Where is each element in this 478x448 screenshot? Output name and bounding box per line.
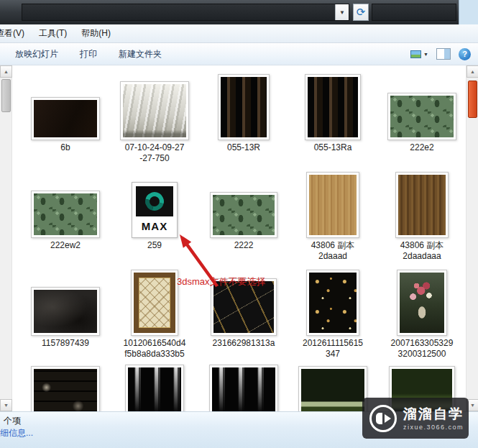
file-thumb-area <box>306 169 359 238</box>
file-name: 055-13R <box>227 142 260 153</box>
print-button[interactable]: 打印 <box>69 48 108 60</box>
watermark: 溜溜自学 zixue.3066.com <box>362 398 469 439</box>
address-bar-region: ▼ ⟳ <box>0 0 459 24</box>
help-icon: ? <box>462 50 467 58</box>
file-name: 1157897439 <box>42 338 89 349</box>
thumbnail-image <box>309 175 357 235</box>
thumbnail-image <box>309 273 357 333</box>
file-thumbnail <box>209 365 278 411</box>
preview-pane-icon[interactable] <box>436 48 451 60</box>
thumbnail-image <box>123 84 186 137</box>
details-link[interactable]: 细信息... <box>0 427 33 439</box>
menu-tools[interactable]: 工具(T) <box>32 27 74 40</box>
search-input[interactable] <box>372 4 456 21</box>
thumbnail-image <box>400 273 444 333</box>
file-item[interactable]: 222ew2 <box>21 169 110 267</box>
file-thumb-area <box>397 267 447 336</box>
file-item[interactable]: 2012611115615347 <box>288 267 377 365</box>
thumbnail-image <box>213 195 275 235</box>
thumbnail-image <box>134 273 175 333</box>
help-button[interactable]: ? <box>459 48 471 60</box>
file-thumb-area <box>131 267 178 336</box>
file-name: 43806 副本2daaad <box>311 240 355 262</box>
window-edge-strip <box>459 0 478 24</box>
scroll-up-button[interactable]: ▲ <box>466 65 478 78</box>
file-thumbnail <box>120 81 189 140</box>
file-thumb-area <box>31 365 100 411</box>
file-thumb-area <box>210 169 277 238</box>
file-item[interactable]: 07-10-24-09-27-27-750 <box>110 71 199 169</box>
menu-bar: 查看(V) 工具(T) 帮助(H) <box>0 24 478 43</box>
file-thumbnail <box>131 270 178 336</box>
file-name: 07-10-24-09-27-27-750 <box>125 142 185 164</box>
file-thumbnail <box>210 192 277 238</box>
file-thumbnail <box>31 366 100 411</box>
file-item[interactable] <box>21 365 110 411</box>
chevron-down-icon: ▼ <box>339 9 345 16</box>
thumbnail-image <box>301 369 364 411</box>
file-name: 2222 <box>234 240 254 251</box>
file-name: 055-13Ra <box>314 142 352 153</box>
file-item[interactable]: 20071633053293200312500 <box>377 267 466 365</box>
file-thumb-area: MAX <box>132 169 178 238</box>
thumbnail-image <box>34 100 97 137</box>
file-item[interactable]: MAX259 <box>110 169 199 267</box>
file-thumb-area <box>298 365 367 411</box>
thumbnail-image <box>390 96 454 137</box>
file-item[interactable]: 2222 <box>199 169 288 267</box>
file-thumb-area <box>305 71 361 140</box>
thumbnail-image <box>213 281 274 333</box>
file-item[interactable]: 222e2 <box>377 71 466 169</box>
left-scrollbar[interactable]: ▲ ▼ <box>0 65 12 411</box>
file-thumb-area <box>395 169 449 238</box>
file-thumb-area <box>31 169 100 238</box>
file-item[interactable]: 6b <box>21 71 110 169</box>
scroll-up-button[interactable]: ▲ <box>0 65 12 78</box>
file-item[interactable]: 055-13Ra <box>288 71 377 169</box>
menu-help[interactable]: 帮助(H) <box>74 27 118 40</box>
file-item[interactable]: 1157897439 <box>21 267 110 365</box>
file-name: 231662981313a <box>213 338 275 349</box>
file-item[interactable]: 43806 副本2daaad <box>288 169 377 267</box>
file-thumb-area <box>387 71 456 140</box>
chevron-down-icon: ▼ <box>423 52 428 57</box>
address-dropdown-button[interactable]: ▼ <box>335 4 349 20</box>
address-bar[interactable]: ▼ <box>22 4 349 21</box>
file-name: 20071633053293200312500 <box>391 338 454 360</box>
file-item[interactable] <box>199 365 288 411</box>
file-thumb-area <box>209 365 278 411</box>
menu-view[interactable]: 查看(V) <box>0 27 32 40</box>
file-name: 6b <box>60 142 70 153</box>
thumbnails-view-icon <box>410 50 421 58</box>
scrollbar-thumb[interactable] <box>1 79 11 112</box>
right-scrollbar[interactable]: ▲ ▼ <box>466 65 478 411</box>
file-thumb-area <box>31 267 100 336</box>
thumbnail-image <box>128 367 181 411</box>
scrollbar-thumb[interactable] <box>468 81 477 118</box>
file-thumbnail <box>306 172 359 238</box>
thumbnail-image <box>308 77 358 137</box>
thumbnail-image <box>34 369 97 411</box>
file-thumb-area <box>31 71 100 140</box>
change-view-button[interactable]: ▼ <box>410 50 428 58</box>
annotation-text: 3dsmax文件不要选择 <box>177 275 266 288</box>
item-count-label: 个项 <box>4 415 21 427</box>
file-grid: 6b07-10-24-09-27-27-750055-13R055-13Ra22… <box>12 65 466 411</box>
file-name: 222ew2 <box>50 240 81 251</box>
scroll-down-button[interactable]: ▼ <box>0 399 12 411</box>
watermark-text: 溜溜自学 zixue.3066.com <box>403 406 464 431</box>
new-folder-button[interactable]: 新建文件夹 <box>108 48 173 60</box>
command-toolbar: 放映幻灯片 打印 新建文件夹 ▼ ? <box>0 43 478 65</box>
file-item[interactable] <box>110 365 199 411</box>
max-swirl-icon <box>142 188 167 214</box>
arrow-down-icon: ▼ <box>470 403 475 408</box>
file-item[interactable]: 43806 副本2daadaaa <box>377 169 466 267</box>
refresh-button[interactable]: ⟳ <box>353 4 369 21</box>
file-item[interactable]: 055-13R <box>199 71 288 169</box>
file-name: 2012611115615347 <box>303 338 363 360</box>
file-thumbnail <box>218 74 270 140</box>
thumbnail-image <box>221 77 267 137</box>
slideshow-button[interactable]: 放映幻灯片 <box>4 48 69 60</box>
file-thumbnail <box>306 270 359 336</box>
watermark-title: 溜溜自学 <box>403 406 464 422</box>
